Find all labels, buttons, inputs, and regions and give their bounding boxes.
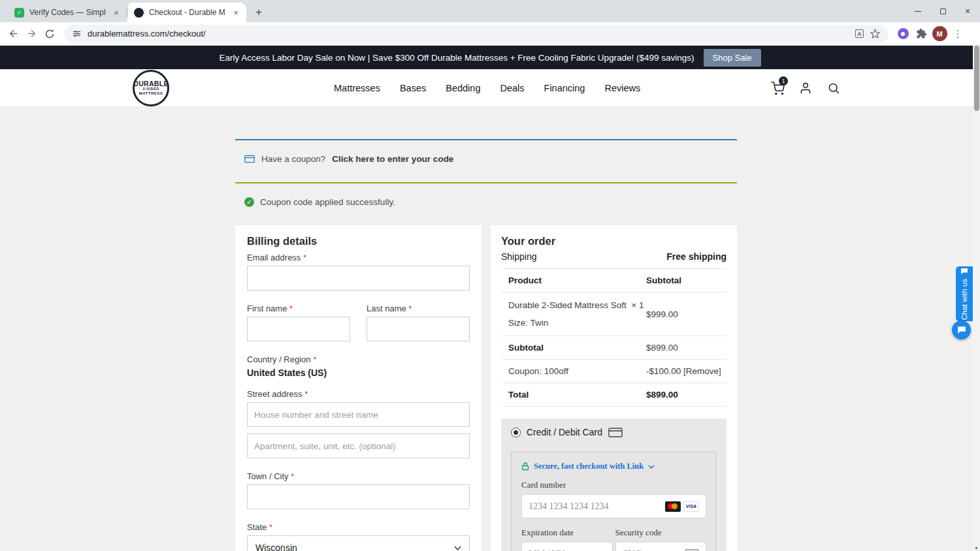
search-button[interactable] <box>826 81 841 95</box>
nav-mattresses[interactable]: Mattresses <box>334 83 380 93</box>
extensions-button[interactable] <box>912 25 930 43</box>
search-icon <box>827 82 840 95</box>
site-header: DURABLE 2-SIDED MATTRESS Mattresses Base… <box>0 69 980 107</box>
chevron-down-icon <box>454 546 461 550</box>
expiry-field[interactable] <box>521 542 613 551</box>
street-label: Street address * <box>247 389 470 399</box>
profile-button[interactable]: M <box>930 25 949 43</box>
account-button[interactable] <box>798 81 813 95</box>
coupon-remove-link[interactable]: [Remove] <box>683 366 721 376</box>
item-qty: × 1 <box>631 300 644 310</box>
cart-button[interactable]: 1 <box>770 81 785 95</box>
profile-avatar: M <box>932 26 947 41</box>
city-field-group: Town / City * <box>247 471 470 509</box>
window-maximize-button[interactable] <box>930 0 955 22</box>
translate-icon[interactable]: A <box>855 29 864 38</box>
item-name: Durable 2-Sided Mattress Soft <box>508 300 627 310</box>
order-table-header: Product Subtotal <box>501 268 727 292</box>
forward-arrow-icon <box>26 28 37 39</box>
card-radio-button[interactable] <box>511 428 521 437</box>
shipping-label: Shipping <box>501 251 537 262</box>
nav-bases[interactable]: Bases <box>400 83 426 93</box>
apartment-input[interactable] <box>247 433 470 458</box>
payment-method-card-option[interactable]: Credit / Debit Card <box>511 427 717 437</box>
email-field-group: Email address * <box>247 253 470 291</box>
page-scrollbar[interactable]: ▼ <box>973 46 980 551</box>
browser-toolbar: durablemattress.com/checkout/ A M ⋮ <box>0 22 980 46</box>
card-number-input[interactable] <box>529 501 665 512</box>
forward-button[interactable] <box>22 25 41 43</box>
tab-title: Checkout - Durable Mattress D <box>149 8 225 17</box>
cvc-field[interactable] <box>615 542 707 551</box>
street-address-input[interactable] <box>247 402 470 427</box>
user-icon <box>799 82 812 95</box>
coupon-enter-link[interactable]: Click here to enter your code <box>332 153 453 165</box>
address-bar[interactable]: durablemattress.com/checkout/ A <box>64 25 889 43</box>
sale-banner-text: Early Access Labor Day Sale on Now | Sav… <box>220 53 694 63</box>
order-review-card: Your order Shipping Free shipping Produc… <box>491 225 737 551</box>
shop-sale-button[interactable]: Shop Sale <box>704 49 761 67</box>
email-input[interactable] <box>247 266 470 291</box>
state-field-group: State * Wisconsin <box>247 522 470 551</box>
email-label: Email address * <box>247 253 470 262</box>
chat-with-us-tab[interactable]: Chat with us <box>956 266 973 321</box>
card-brand-icons: VISA <box>665 501 699 512</box>
nav-reviews[interactable]: Reviews <box>604 83 640 93</box>
back-button[interactable] <box>4 25 22 43</box>
chat-launcher-button[interactable] <box>952 321 971 339</box>
cvc-label: Security code <box>615 527 707 538</box>
nav-bedding[interactable]: Bedding <box>446 83 480 93</box>
street-field-group: Street address * <box>247 389 470 458</box>
back-arrow-icon <box>8 28 19 39</box>
cart-count-badge: 1 <box>779 76 788 86</box>
tab-close-icon[interactable]: × <box>231 7 241 18</box>
card-number-label: Card number <box>521 480 706 490</box>
browser-tab-simplycodes[interactable]: ✓ Verify Codes — SimplyCodes × <box>8 3 127 22</box>
new-tab-button[interactable]: + <box>250 4 267 21</box>
window-minimize-button[interactable] <box>906 0 930 22</box>
window-close-button[interactable]: × <box>955 0 980 22</box>
lock-icon <box>521 462 529 471</box>
billing-details-card: Billing details Email address * First na… <box>235 225 482 551</box>
reload-icon <box>44 29 55 39</box>
minimize-icon <box>915 11 921 12</box>
scrollbar-down-arrow[interactable]: ▼ <box>973 546 980 550</box>
coupon-icon <box>244 155 255 163</box>
reload-button[interactable] <box>41 25 59 43</box>
total-row: Total $899.00 <box>501 383 727 407</box>
city-input[interactable] <box>247 484 470 509</box>
chat-bubble-icon <box>960 268 968 275</box>
url-text[interactable]: durablemattress.com/checkout/ <box>88 29 849 39</box>
header-icons: 1 <box>770 69 841 107</box>
site-info-icon[interactable] <box>72 29 82 39</box>
expiry-label: Expiration date <box>521 527 613 538</box>
nav-deals[interactable]: Deals <box>500 83 524 93</box>
first-name-field-group: First name * <box>247 304 350 341</box>
first-name-input[interactable] <box>247 317 350 341</box>
site-logo[interactable]: DURABLE 2-SIDED MATTRESS <box>133 70 169 106</box>
expiry-field-group: Expiration date <box>521 527 613 551</box>
cvc-input[interactable] <box>623 549 685 551</box>
stripe-card-form: Secure, fast checkout with Link Card num… <box>511 452 717 551</box>
tab-close-icon[interactable]: × <box>111 7 122 18</box>
extension-simplycodes-button[interactable] <box>894 25 912 43</box>
state-select[interactable]: Wisconsin <box>247 535 470 551</box>
nav-financing[interactable]: Financing <box>544 83 585 93</box>
cvc-field-group: Security code <box>615 527 707 551</box>
last-name-input[interactable] <box>367 317 470 341</box>
billing-title: Billing details <box>247 235 470 247</box>
bookmark-star-icon[interactable] <box>870 28 881 39</box>
coupon-notice: Have a coupon? Click here to enter your … <box>235 139 737 182</box>
coupon-discount: -$100.00 <box>646 366 681 376</box>
expiry-input[interactable] <box>529 549 606 551</box>
card-number-field[interactable]: VISA <box>521 494 706 518</box>
scrollbar-thumb[interactable] <box>974 46 979 111</box>
maximize-icon <box>940 8 946 14</box>
browser-tab-checkout[interactable]: Checkout - Durable Mattress D × <box>127 3 246 22</box>
link-checkout-banner[interactable]: Secure, fast checkout with Link <box>521 462 706 471</box>
success-check-icon: ✓ <box>244 197 254 207</box>
coupon-label: Coupon: 100off <box>508 366 646 376</box>
tab-strip: ✓ Verify Codes — SimplyCodes × Checkout … <box>0 0 980 22</box>
item-size-label: Size: <box>508 318 528 328</box>
browser-menu-button[interactable]: ⋮ <box>949 25 967 43</box>
